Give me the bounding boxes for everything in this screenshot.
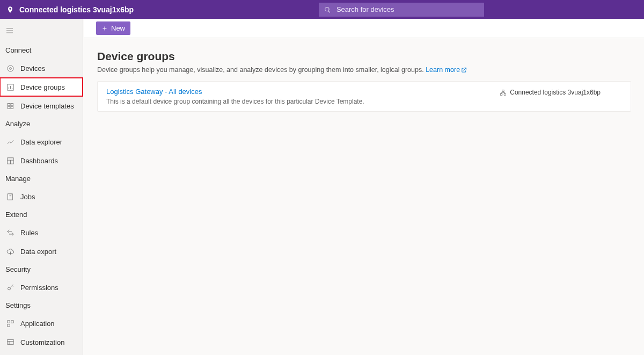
sidebar-item-label: Devices (20, 64, 45, 73)
dashboards-icon (5, 156, 15, 165)
sidebar-item-label: Data explorer (20, 138, 62, 146)
sidebar-item-permissions[interactable]: Permissions (0, 278, 83, 296)
search-box[interactable] (319, 3, 484, 17)
data-explorer-icon (5, 137, 15, 147)
svg-rect-10 (11, 103, 13, 105)
svg-line-31 (464, 68, 466, 71)
device-group-subtitle: This is a default device group containin… (106, 98, 364, 105)
sidebar-item-label: Rules (20, 229, 38, 237)
sidebar-item-application[interactable]: Application (0, 314, 83, 332)
svg-rect-25 (7, 324, 9, 326)
device-group-app-label: Connected logistics 3vuaj1x6bp (510, 89, 601, 96)
sidebar-item-devices[interactable]: Devices (0, 59, 83, 77)
sidebar-item-dashboards[interactable]: Dashboards (0, 151, 83, 170)
device-groups-icon (5, 82, 15, 92)
devices-icon (5, 63, 15, 73)
sidebar-item-jobs[interactable]: Jobs (0, 187, 83, 206)
sidebar-item-data-export[interactable]: Data export (0, 242, 83, 260)
sidebar-item-label: Device templates (20, 102, 74, 110)
svg-rect-26 (7, 339, 13, 344)
app-title: Connected logistics 3vuaj1x6bp (19, 5, 134, 14)
device-group-link[interactable]: Logistics Gateway - All devices (106, 88, 202, 96)
sidebar-item-label: Application (20, 320, 55, 328)
jobs-icon (5, 192, 15, 201)
sidebar-item-device-groups[interactable]: Device groups (0, 78, 83, 96)
new-button-label: New (111, 24, 125, 32)
data-export-icon (5, 247, 15, 256)
svg-rect-32 (502, 90, 504, 91)
plus-icon (101, 25, 108, 32)
device-group-card[interactable]: Logistics Gateway - All devices This is … (97, 81, 631, 112)
svg-rect-9 (8, 103, 10, 105)
sidebar-item-customization[interactable]: Customization (0, 333, 83, 351)
section-connect: Connect (0, 42, 83, 59)
svg-point-3 (7, 65, 13, 71)
section-analyze: Analyze (0, 115, 83, 132)
sidebar-item-label: Permissions (20, 284, 58, 292)
command-bar: New (84, 19, 644, 38)
sidebar-item-label: Jobs (20, 193, 35, 201)
section-extend: Extend (0, 206, 83, 223)
svg-rect-12 (11, 106, 13, 108)
section-security: Security (0, 261, 83, 278)
learn-more-link[interactable]: Learn more (426, 66, 467, 74)
main-content: New Device groups Device groups help you… (84, 19, 644, 355)
svg-rect-11 (8, 106, 10, 108)
section-settings: Settings (0, 297, 83, 314)
svg-point-4 (9, 67, 11, 69)
search-input[interactable] (336, 5, 479, 13)
svg-line-22 (12, 285, 13, 286)
page-description: Device groups help you manage, visualize… (97, 66, 631, 74)
sidebar-item-rules[interactable]: Rules (0, 223, 83, 242)
svg-rect-24 (11, 320, 13, 322)
sidebar: Connect Devices Device groups Device tem… (0, 19, 83, 355)
svg-rect-33 (501, 93, 502, 95)
svg-rect-34 (504, 93, 506, 95)
location-icon (6, 6, 14, 13)
sidebar-item-label: Dashboards (20, 157, 58, 165)
sidebar-item-label: Device groups (20, 83, 65, 91)
device-group-app-tag: Connected logistics 3vuaj1x6bp (500, 88, 601, 96)
sidebar-item-label: Customization (20, 338, 64, 346)
device-templates-icon (5, 101, 15, 111)
new-button[interactable]: New (96, 21, 130, 35)
svg-point-20 (8, 287, 10, 289)
svg-rect-23 (7, 320, 9, 322)
sidebar-item-device-templates[interactable]: Device templates (0, 97, 83, 115)
external-link-icon (461, 67, 467, 73)
sidebar-item-label: Data export (20, 248, 56, 256)
svg-rect-16 (8, 193, 12, 199)
page-title: Device groups (97, 50, 631, 63)
hierarchy-icon (500, 89, 507, 96)
customization-icon (5, 337, 15, 347)
section-manage: Manage (0, 170, 83, 187)
rules-icon (5, 228, 15, 237)
top-bar: Connected logistics 3vuaj1x6bp (0, 0, 644, 19)
search-icon (324, 6, 331, 13)
application-icon (5, 318, 15, 328)
hamburger-button[interactable] (0, 24, 83, 42)
sidebar-item-data-explorer[interactable]: Data explorer (0, 133, 83, 151)
permissions-icon (5, 282, 15, 292)
